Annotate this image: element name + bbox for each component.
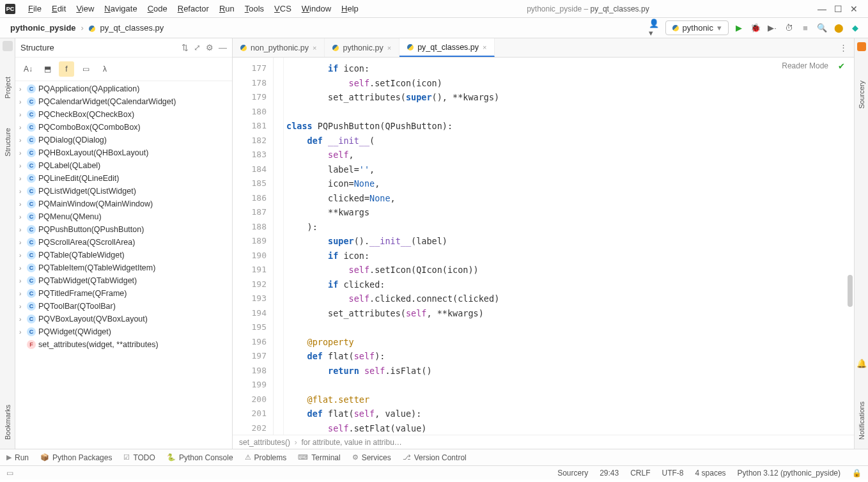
structure-item[interactable]: ›CPQListWidget(QListWidget) — [15, 185, 232, 198]
structure-item[interactable]: ›CPQScrollArea(QScrollArea) — [15, 236, 232, 249]
structure-item[interactable]: ›CPQCalendarWidget(QCalendarWidget) — [15, 95, 232, 108]
structure-item[interactable]: ›CPQHBoxLayout(QHBoxLayout) — [15, 146, 232, 159]
expand-icon[interactable]: ⤢ — [194, 43, 201, 52]
filter-fields-icon[interactable]: f — [59, 61, 74, 77]
structure-title: Structure — [20, 43, 176, 52]
structure-item[interactable]: ›CPQPushButton(QPushButton) — [15, 223, 232, 236]
structure-item[interactable]: ›CPQMenu(QMenu) — [15, 210, 232, 223]
structure-item[interactable]: ›CPQMainWindow(QMainWindow) — [15, 198, 232, 210]
menu-run[interactable]: Run — [214, 1, 240, 16]
bottom-tool-python-packages[interactable]: 📦Python Packages — [40, 453, 112, 462]
fold-strip[interactable] — [274, 58, 284, 435]
close-icon[interactable]: ✕ — [850, 4, 858, 14]
structure-item[interactable]: ›CPQTableItem(QTableWidgetItem) — [15, 261, 232, 274]
sourcery-icon[interactable]: ◆ — [849, 22, 862, 35]
breadcrumb-project[interactable]: pythonic_pyside — [6, 22, 80, 34]
structure-item[interactable]: ›CPQDialog(QDialog) — [15, 134, 232, 146]
tab-close-icon[interactable]: × — [483, 43, 486, 51]
tab-more-icon[interactable]: ⋮ — [833, 43, 854, 52]
status-indent[interactable]: 4 spaces — [695, 469, 726, 478]
debug-icon[interactable]: 🐞 — [749, 22, 762, 35]
bottom-tool-problems[interactable]: ⚠Problems — [245, 453, 287, 462]
menu-view[interactable]: View — [71, 1, 99, 16]
menu-edit[interactable]: Edit — [47, 1, 71, 16]
search-icon[interactable]: 🔍 — [816, 22, 828, 35]
editor-tab[interactable]: py_qt_classes.py× — [399, 38, 495, 57]
scrollbar-thumb[interactable] — [848, 275, 853, 307]
structure-item[interactable]: ›CPQToolBar(QToolBar) — [15, 300, 232, 313]
bottom-tool-services[interactable]: ⚙Services — [352, 453, 391, 462]
tab-close-icon[interactable]: × — [313, 44, 316, 52]
notifications-tool-label[interactable]: Notifications — [858, 398, 865, 444]
menu-file[interactable]: File — [23, 1, 47, 16]
status-sourcery[interactable]: Sourcery — [557, 469, 588, 478]
hide-icon[interactable]: — — [219, 43, 227, 52]
code-text[interactable]: if icon: self.setIcon(icon) set_attribut… — [284, 58, 854, 435]
profile-icon[interactable]: ⏱ — [782, 22, 795, 35]
editor[interactable]: 177 178 179 180 181 182 183 184 185 186 … — [233, 58, 854, 435]
coverage-icon[interactable]: ▶· — [766, 22, 779, 35]
filter-lambda-icon[interactable]: λ — [97, 61, 112, 77]
sort-icon[interactable]: ⇅ — [182, 43, 189, 52]
structure-item[interactable]: ›CPQApplication(QApplication) — [15, 82, 232, 95]
sort-alpha-icon[interactable]: A↓ — [20, 61, 36, 77]
sourcery-tool-icon[interactable] — [857, 42, 866, 51]
stop-icon[interactable]: ■ — [799, 22, 812, 35]
reader-mode-toggle[interactable]: Reader Mode — [782, 61, 828, 70]
structure-tool-label[interactable]: Structure — [4, 124, 12, 160]
bottom-tool-python-console[interactable]: 🐍Python Console — [167, 453, 233, 462]
run-icon[interactable]: ▶ — [732, 22, 745, 35]
right-tool-rail: Sourcery 🔔 Notifications — [854, 38, 868, 449]
structure-item[interactable]: ›CPQWidget(QWidget) — [15, 325, 232, 338]
structure-item[interactable]: ›CPQTable(QTableWidget) — [15, 249, 232, 261]
editor-tab[interactable]: pythonic.py× — [325, 38, 399, 57]
bottom-tool-run[interactable]: ▶Run — [6, 453, 29, 462]
menu-navigate[interactable]: Navigate — [99, 1, 142, 16]
inspection-ok-icon[interactable]: ✔ — [838, 61, 845, 71]
bell-icon[interactable]: 🔔 — [856, 359, 867, 368]
structure-item[interactable]: ›CPQCheckBox(QCheckBox) — [15, 108, 232, 121]
menu-help[interactable]: Help — [336, 1, 364, 16]
menu-vcs[interactable]: VCS — [269, 1, 297, 16]
bottom-tool-todo[interactable]: ☑TODO — [123, 453, 155, 462]
bottom-tool-version-control[interactable]: ⎇Version Control — [403, 453, 467, 462]
interpreter-selector[interactable]: pythonic ▾ — [665, 20, 729, 35]
menu-window[interactable]: Window — [297, 1, 336, 16]
filter-tree-icon[interactable]: ▭ — [78, 61, 93, 77]
structure-item[interactable]: Fset_attributes(widget, **attributes) — [15, 338, 232, 351]
tab-close-icon[interactable]: × — [387, 44, 391, 52]
project-tool-label[interactable]: Project — [4, 73, 12, 102]
navbar: pythonic_pyside › py_qt_classes.py 👤▾ py… — [0, 18, 868, 38]
menu-code[interactable]: Code — [143, 1, 173, 16]
filter-inherited-icon[interactable]: ⬒ — [40, 61, 55, 77]
window-controls: — ☐ ✕ — [812, 4, 863, 14]
update-icon[interactable]: ⬤ — [832, 22, 845, 35]
gear-icon[interactable]: ⚙ — [206, 43, 213, 52]
menu-tools[interactable]: Tools — [240, 1, 269, 16]
structure-item[interactable]: ›CPQTabWidget(QTabWidget) — [15, 274, 232, 287]
code-breadcrumb[interactable]: set_attributes() › for attribute, value … — [233, 435, 854, 449]
structure-item[interactable]: ›CPQLabel(QLabel) — [15, 159, 232, 172]
left-tool-rail: Project Structure Bookmarks — [0, 38, 15, 449]
user-icon[interactable]: 👤▾ — [649, 22, 662, 35]
bookmarks-tool-label[interactable]: Bookmarks — [4, 401, 12, 444]
status-encoding[interactable]: UTF-8 — [662, 469, 684, 478]
project-tool-icon[interactable] — [3, 41, 13, 51]
status-caret-pos[interactable]: 29:43 — [600, 469, 619, 478]
structure-item[interactable]: ›CPQTitledFrame(QFrame) — [15, 287, 232, 300]
bottom-tool-terminal[interactable]: ⌨Terminal — [298, 453, 340, 462]
breadcrumb-file[interactable]: py_qt_classes.py — [85, 22, 167, 34]
chevron-right-icon: › — [81, 23, 84, 33]
structure-item[interactable]: ›CPQComboBox(QComboBox) — [15, 121, 232, 134]
minimize-icon[interactable]: — — [818, 4, 826, 14]
structure-item[interactable]: ›CPQVBoxLayout(QVBoxLayout) — [15, 313, 232, 325]
structure-tree[interactable]: ›CPQApplication(QApplication)›CPQCalenda… — [15, 81, 232, 449]
lock-icon[interactable]: 🔒 — [852, 469, 862, 478]
maximize-icon[interactable]: ☐ — [834, 4, 842, 14]
status-line-ending[interactable]: CRLF — [630, 469, 650, 478]
structure-item[interactable]: ›CPQLineEdit(QLineEdit) — [15, 172, 232, 185]
menu-refactor[interactable]: Refactor — [173, 1, 214, 16]
editor-tab[interactable]: non_pythonic.py× — [233, 38, 325, 57]
sourcery-tool-label[interactable]: Sourcery — [858, 77, 865, 113]
status-python[interactable]: Python 3.12 (pythonic_pyside) — [738, 469, 841, 478]
